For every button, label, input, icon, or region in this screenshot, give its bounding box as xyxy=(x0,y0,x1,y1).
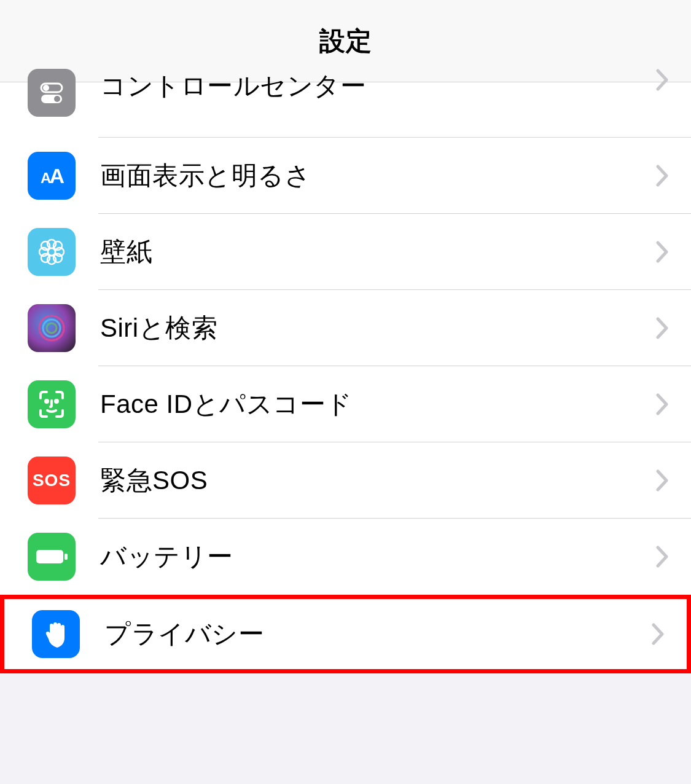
row-display-brightness[interactable]: AA 画面表示と明るさ xyxy=(0,138,691,214)
svg-rect-19 xyxy=(64,554,68,560)
chevron-right-icon xyxy=(656,165,670,187)
battery-icon xyxy=(28,533,76,581)
row-label: Face IDとパスコード xyxy=(100,387,656,421)
svg-point-16 xyxy=(45,400,48,402)
footer-space xyxy=(0,673,691,784)
row-emergency-sos[interactable]: SOS 緊急SOS xyxy=(0,442,691,519)
svg-point-1 xyxy=(43,85,49,91)
text-size-icon: AA xyxy=(28,152,76,200)
siri-icon xyxy=(28,304,76,352)
row-label: 緊急SOS xyxy=(100,463,656,498)
row-privacy[interactable]: プライバシー xyxy=(4,599,687,669)
toggles-icon xyxy=(28,69,76,117)
flower-icon xyxy=(28,228,76,276)
svg-rect-18 xyxy=(36,550,63,563)
chevron-right-icon xyxy=(656,317,670,339)
row-face-id[interactable]: Face IDとパスコード xyxy=(0,366,691,442)
highlight-annotation: プライバシー xyxy=(0,595,691,673)
row-label: バッテリー xyxy=(100,539,656,574)
row-label: 壁紙 xyxy=(100,235,656,269)
row-siri-search[interactable]: Siriと検索 xyxy=(0,290,691,366)
svg-point-3 xyxy=(54,96,60,102)
row-label: プライバシー xyxy=(104,617,652,651)
chevron-right-icon xyxy=(652,623,665,645)
row-wallpaper[interactable]: 壁紙 xyxy=(0,214,691,290)
row-label: コントロールセンター xyxy=(100,69,656,103)
row-label: 画面表示と明るさ xyxy=(100,159,656,193)
svg-point-14 xyxy=(43,319,60,337)
chevron-right-icon xyxy=(656,393,670,415)
svg-point-17 xyxy=(55,400,58,402)
row-label: Siriと検索 xyxy=(100,311,656,345)
page-title: 設定 xyxy=(319,24,372,58)
row-control-center[interactable]: コントロールセンター xyxy=(0,82,691,138)
settings-list: コントロールセンター AA 画面表示と明るさ xyxy=(0,82,691,673)
chevron-right-icon xyxy=(656,546,670,568)
chevron-right-icon xyxy=(656,469,670,492)
sos-icon: SOS xyxy=(28,457,76,504)
row-battery[interactable]: バッテリー xyxy=(0,519,691,595)
chevron-right-icon xyxy=(656,69,670,91)
svg-point-15 xyxy=(47,323,57,333)
hand-icon xyxy=(32,610,80,658)
face-id-icon xyxy=(28,380,76,428)
chevron-right-icon xyxy=(656,241,670,263)
